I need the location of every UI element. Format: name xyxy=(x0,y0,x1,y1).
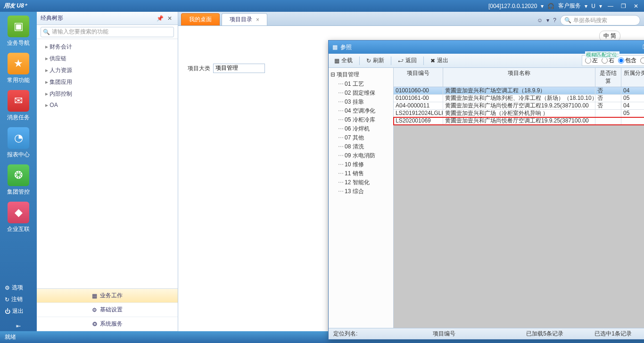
refresh-button[interactable]: ↻刷新 xyxy=(363,56,387,65)
table-row[interactable]: LS202001069黄圃壹加壹兴和广场尚悦餐厅空调工程19.9.25(3871… xyxy=(394,117,644,125)
return-button[interactable]: ⮐返回 xyxy=(395,56,420,65)
restore-button[interactable]: ❐ xyxy=(619,3,628,9)
nav-label: 企业互联 xyxy=(4,225,33,233)
tree-panel-header: 经典树形 📌 ✕ xyxy=(37,12,178,25)
tree-node[interactable]: 12 智能化 xyxy=(330,178,391,187)
selected-count: 已选中1条记录 xyxy=(594,330,632,338)
tree-node[interactable]: 13 综合 xyxy=(330,187,391,196)
link-label: 选项 xyxy=(12,284,23,292)
pin-icon[interactable]: 📌 xyxy=(155,15,165,22)
nav-企业互联[interactable]: ◆企业互联 xyxy=(4,202,33,233)
tree-root-node[interactable]: ⊟ 项目管理 xyxy=(330,71,391,79)
dropdown-icon[interactable]: ▾ xyxy=(546,17,549,24)
tree-node[interactable]: 08 清洗 xyxy=(330,142,391,151)
exit-icon: ✖ xyxy=(430,57,435,64)
sidebar-退出[interactable]: ⏻退出 xyxy=(0,305,37,317)
link-icon: ⚙ xyxy=(5,285,10,291)
cell-project-no: LS202001069 xyxy=(394,117,443,124)
dialog-title: 参照 xyxy=(340,43,352,51)
dropdown-icon[interactable]: ▾ xyxy=(541,3,544,9)
tree-item[interactable]: 集团应用 xyxy=(37,76,178,88)
tree-node[interactable]: 01 工艺 xyxy=(330,80,391,89)
cell-category-code: 05 xyxy=(621,95,644,102)
tree-item[interactable]: OA xyxy=(37,100,178,110)
connection-label[interactable]: [004]127.0.0.12020 xyxy=(488,3,537,9)
maximize-button[interactable]: ❐ xyxy=(640,44,644,50)
search-placeholder: 请输入您要搜索的功能 xyxy=(52,28,108,36)
cell-category-code: 05 xyxy=(621,110,644,117)
tree-node[interactable]: 05 冷柜冷库 xyxy=(330,115,391,124)
cell-project-name: 黄圃壹加壹兴和广场尚悦餐厅空调工程19.9.25(387100.00 xyxy=(443,102,595,109)
col-is-settled[interactable]: 是否结算 xyxy=(595,68,621,87)
collapse-sidebar[interactable]: ⇤ xyxy=(11,321,25,331)
dialog-icon: ▦ xyxy=(332,44,338,50)
link-icon: ⏻ xyxy=(5,308,10,315)
link-label: 注销 xyxy=(11,295,23,303)
tab-project-catalog[interactable]: 项目目录 × xyxy=(222,13,267,25)
tree-item[interactable]: 供应链 xyxy=(37,53,178,65)
tree-item[interactable]: 人力资源 xyxy=(37,65,178,76)
cell-project-no: 01001061-00 xyxy=(394,95,443,102)
dialog-grid: 项目编号 项目名称 是否结算 所属分类码 01001060-00黄圃壹加壹兴和广… xyxy=(394,68,644,328)
exit-button[interactable]: ✖退出 xyxy=(428,56,451,65)
tree-node[interactable]: 03 挂靠 xyxy=(330,98,391,106)
tree-node[interactable]: 04 空调净化 xyxy=(330,106,391,115)
tab-label: 业务工作 xyxy=(100,292,123,300)
minimize-button[interactable]: — xyxy=(606,3,615,9)
col-category-code[interactable]: 所属分类码 xyxy=(621,68,644,87)
tree-tab-业务工作[interactable]: ▦业务工作 xyxy=(37,289,178,303)
sidebar-注销[interactable]: ↻注销 xyxy=(0,294,37,305)
tab-desktop[interactable]: 我的桌面 xyxy=(181,13,220,25)
close-tab-icon[interactable]: × xyxy=(256,16,259,23)
tree-node[interactable]: 09 水电消防 xyxy=(330,151,391,160)
customer-service-link[interactable]: 客户服务 xyxy=(558,2,581,10)
nav-常用功能[interactable]: ★常用功能 xyxy=(4,53,33,84)
sidebar-选项[interactable]: ⚙选项 xyxy=(0,282,37,294)
close-button[interactable]: ✕ xyxy=(632,3,640,9)
tree-node[interactable]: 10 维修 xyxy=(330,160,391,169)
match-exact-radio[interactable]: 精确 xyxy=(640,57,644,65)
help-icon[interactable]: ? xyxy=(553,17,556,24)
tree-tab-系统服务[interactable]: ❂系统服务 xyxy=(37,317,178,331)
nav-消息任务[interactable]: ✉消息任务 xyxy=(4,90,33,122)
table-row[interactable]: A04-0000011黄圃壹加壹兴和广场尚悦餐厅空调工程19.9.25(3871… xyxy=(394,102,644,110)
nav-业务导航[interactable]: ▣业务导航 xyxy=(4,16,33,47)
tree-list: 财务会计供应链人力资源集团应用内部控制OA xyxy=(37,39,178,288)
tree-node[interactable]: 06 冷焊机 xyxy=(330,124,391,133)
dropdown-icon[interactable]: ▾ xyxy=(585,3,587,9)
tree-tab-基础设置[interactable]: ⚙基础设置 xyxy=(37,303,178,317)
u-menu[interactable]: U xyxy=(591,3,595,9)
col-project-name[interactable]: 项目名称 xyxy=(443,68,595,87)
table-row[interactable]: LS201912024LGLK黄圃壹加壹兴和广场（冷柜室外机异响 ）05 xyxy=(394,110,644,117)
table-row[interactable]: 01001061-00黄圃壹加壹兴和广场陈列柜、冷库工程（新场）（18.10.1… xyxy=(394,95,644,102)
dropdown-icon[interactable]: ▾ xyxy=(599,3,602,9)
project-category-field[interactable]: 项目管理 xyxy=(213,64,265,73)
tree-node[interactable]: 02 固定维保 xyxy=(330,89,391,98)
headset-icon[interactable]: 🎧 xyxy=(547,3,554,9)
document-tabs: 我的桌面 项目目录 × ☺ ▾ ? 🔍 单据条码搜索 xyxy=(178,12,644,26)
tree-item[interactable]: 内部控制 xyxy=(37,88,178,100)
tree-panel: 经典树形 📌 ✕ 🔍 请输入您要搜索的功能 财务会计供应链人力资源集团应用内部控… xyxy=(37,12,178,331)
nav-label: 常用功能 xyxy=(4,76,33,84)
nav-集团管控[interactable]: ❂集团管控 xyxy=(4,164,33,196)
tree-item[interactable]: 财务会计 xyxy=(37,41,178,53)
function-search-input[interactable]: 🔍 请输入您要搜索的功能 xyxy=(41,27,174,37)
reference-dialog: ▦ 参照 ❐ ✕ ▦全载 ↻刷新 ⮐返回 ✖退出 模糊匹配定位: 左 右 包含 xyxy=(328,40,644,340)
cell-is-settled: 否 xyxy=(595,95,621,102)
titlebar-right: [004]127.0.0.12020 ▾ 🎧 客户服务 ▾ U ▾ — ❐ ✕ xyxy=(488,2,640,10)
col-project-no[interactable]: 项目编号 xyxy=(394,68,443,87)
match-contain-radio[interactable]: 包含 xyxy=(618,57,636,65)
icon-sidebar: ▣业务导航★常用功能✉消息任务◔报表中心❂集团管控◆企业互联 ⚙选项↻注销⏻退出… xyxy=(0,12,37,331)
tree-node[interactable]: 11 销售 xyxy=(330,169,391,178)
table-row[interactable]: 01001060-00黄圃壹加壹兴和广场空调工程（18.9.9）否04 xyxy=(394,87,644,95)
cell-project-name: 黄圃壹加壹兴和广场陈列柜、冷库工程（新场）（18.10.10） xyxy=(443,95,595,102)
smiley-icon[interactable]: ☺ xyxy=(537,17,543,24)
nav-label: 报表中心 xyxy=(4,151,33,159)
nav-报表中心[interactable]: ◔报表中心 xyxy=(4,127,33,159)
close-icon[interactable]: ✕ xyxy=(165,15,174,22)
tree-node[interactable]: 07 其他 xyxy=(330,133,391,142)
link-label: 退出 xyxy=(12,307,24,315)
load-all-button[interactable]: ▦全载 xyxy=(331,56,355,65)
barcode-search-input[interactable]: 🔍 单据条码搜索 xyxy=(560,15,640,25)
nav-icon: ▣ xyxy=(8,16,29,37)
